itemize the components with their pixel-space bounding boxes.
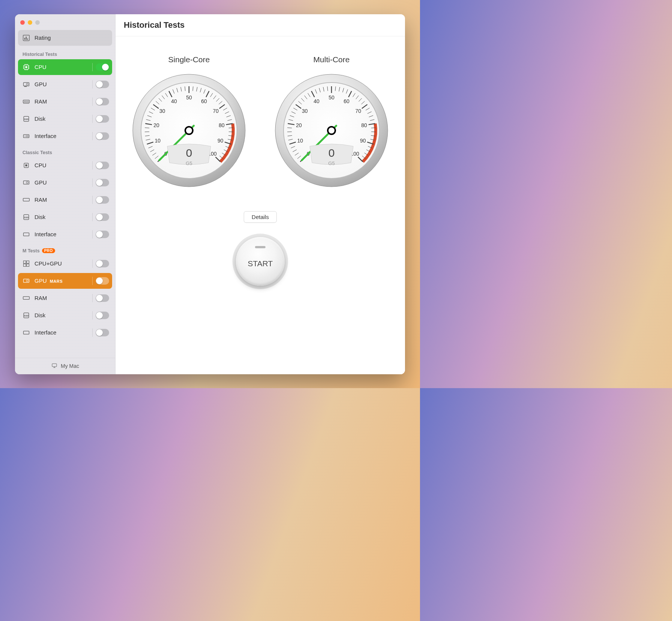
svg-text:60: 60 <box>344 98 350 104</box>
svg-point-19 <box>26 83 28 85</box>
divider <box>92 80 93 88</box>
fullscreen-icon[interactable] <box>35 20 40 25</box>
svg-text:50: 50 <box>328 94 334 100</box>
svg-text:SSD: SSD <box>24 314 28 316</box>
toggle[interactable] <box>96 132 109 140</box>
sidebar-item-classic-interface[interactable]: Interface <box>18 226 112 242</box>
svg-rect-26 <box>28 101 28 102</box>
page-title: Historical Tests <box>116 14 405 36</box>
disk-icon: SSD <box>22 213 31 221</box>
gpu-icon <box>22 178 31 187</box>
svg-text:60: 60 <box>201 98 207 104</box>
sidebar-item-label: Disk <box>34 116 92 122</box>
toggle[interactable] <box>96 294 109 302</box>
sidebar-item-classic-gpu[interactable]: GPU <box>18 175 112 190</box>
divider <box>92 115 93 123</box>
toggle[interactable] <box>96 162 109 169</box>
sidebar-item-classic-disk[interactable]: SSD Disk <box>18 209 112 225</box>
sidebar-item-label: Interface <box>34 133 92 139</box>
start-button[interactable]: START <box>236 237 285 286</box>
sidebar-item-m-cpugpu[interactable]: CPU+GPU <box>18 256 112 272</box>
toggle[interactable] <box>96 196 109 204</box>
sidebar-item-m-gpu-mars[interactable]: GPU MARS <box>18 273 112 289</box>
sidebar-item-label: CPU <box>34 64 92 70</box>
toggle[interactable] <box>96 63 109 71</box>
svg-text:70: 70 <box>355 108 361 114</box>
svg-text:10: 10 <box>297 138 303 144</box>
start-button-label: START <box>248 259 273 268</box>
svg-text:20: 20 <box>296 122 302 128</box>
disk-icon: SSD <box>22 311 31 320</box>
toggle[interactable] <box>96 260 109 267</box>
sidebar-item-label: GPU MARS <box>34 278 92 284</box>
disk-icon: SSD <box>22 115 31 123</box>
svg-text:0: 0 <box>328 147 335 159</box>
divider <box>92 63 93 71</box>
sidebar-item-historical-cpu[interactable]: CPU <box>18 59 112 75</box>
toggle[interactable] <box>96 98 109 105</box>
svg-rect-1 <box>24 38 25 40</box>
svg-text:40: 40 <box>314 98 320 104</box>
sidebar-item-historical-gpu[interactable]: GPU <box>18 76 112 92</box>
window-controls <box>15 18 115 30</box>
sidebar-item-rating[interactable]: Rating <box>18 30 112 46</box>
toggle[interactable] <box>96 231 109 238</box>
gpu-icon <box>22 80 31 88</box>
sidebar-item-historical-ram[interactable]: RAM <box>18 94 112 110</box>
toggle[interactable] <box>96 213 109 221</box>
sidebar-item-label: Rating <box>34 34 109 41</box>
sidebar-footer-my-mac[interactable]: My Mac <box>15 358 115 374</box>
divider <box>92 277 93 285</box>
gauge-multi-core: Multi-Core 01020304050607080901000G5 <box>273 55 390 189</box>
svg-rect-3 <box>27 38 28 39</box>
toggle[interactable] <box>96 329 109 336</box>
sidebar-item-historical-interface[interactable]: Interface <box>18 128 112 144</box>
svg-text:40: 40 <box>171 98 177 104</box>
svg-rect-46 <box>27 261 29 263</box>
cpugpu-icon <box>22 260 31 268</box>
svg-text:G5: G5 <box>186 160 192 166</box>
divider <box>92 230 93 238</box>
ram-icon <box>22 196 31 204</box>
gauge-title: Multi-Core <box>273 55 390 64</box>
svg-text:20: 20 <box>153 122 159 128</box>
gauge-title: Single-Core <box>131 55 247 64</box>
svg-point-50 <box>26 280 28 282</box>
sidebar: Rating Historical Tests CPU GPU <box>15 14 116 374</box>
sidebar-item-m-disk[interactable]: SSD Disk <box>18 308 112 323</box>
toggle[interactable] <box>96 312 109 319</box>
svg-point-123 <box>185 127 193 134</box>
gauge-row: Single-Core 01020304050607080901000G5 Mu… <box>116 36 405 200</box>
gauge-dial: 01020304050607080901000G5 <box>273 72 390 189</box>
divider <box>92 98 93 106</box>
svg-rect-23 <box>24 101 25 102</box>
sidebar-item-label: Disk <box>34 214 92 220</box>
sidebar-item-label: GPU <box>34 179 92 186</box>
sidebar-item-classic-ram[interactable]: RAM <box>18 192 112 208</box>
svg-rect-54 <box>24 331 29 334</box>
toggle[interactable] <box>96 277 109 285</box>
sidebar-item-m-ram[interactable]: RAM <box>18 290 112 306</box>
gpu-icon <box>22 277 31 285</box>
sidebar-item-classic-cpu[interactable]: CPU <box>18 158 112 173</box>
monitor-icon <box>51 363 58 370</box>
main-content: Historical Tests Single-Core 01020304050… <box>116 14 405 374</box>
divider <box>92 161 93 170</box>
svg-rect-20 <box>24 86 26 87</box>
pro-badge: PRO <box>42 248 55 253</box>
sidebar-item-historical-disk[interactable]: SSD Disk <box>18 111 112 127</box>
svg-rect-24 <box>26 101 26 102</box>
toggle[interactable] <box>96 179 109 186</box>
toggle[interactable] <box>96 115 109 123</box>
divider <box>92 260 93 268</box>
svg-text:70: 70 <box>213 108 219 114</box>
interface-icon <box>22 132 31 140</box>
svg-rect-47 <box>24 264 26 266</box>
minimize-icon[interactable] <box>28 20 32 25</box>
divider <box>92 213 93 221</box>
svg-text:10: 10 <box>155 138 161 144</box>
close-icon[interactable] <box>20 20 25 25</box>
sidebar-item-m-interface[interactable]: Interface <box>18 325 112 340</box>
toggle[interactable] <box>96 81 109 88</box>
details-button[interactable]: Details <box>244 211 277 223</box>
